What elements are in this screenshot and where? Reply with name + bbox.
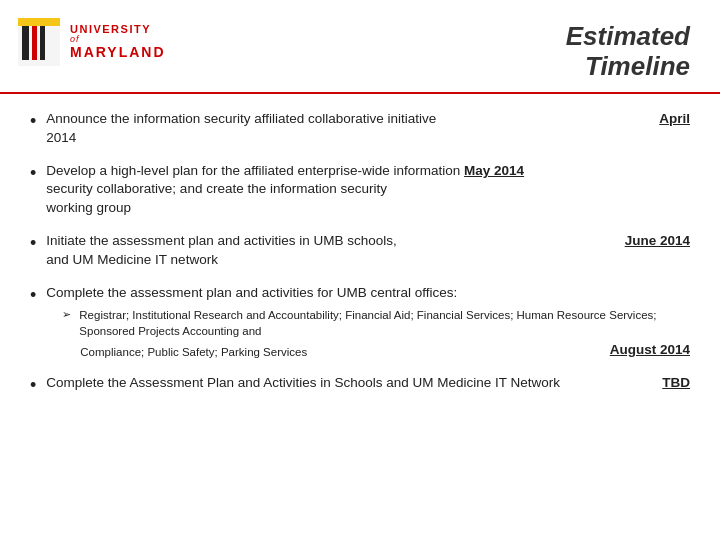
title-area: Estimated Timeline bbox=[566, 18, 690, 82]
date-label: June 2014 bbox=[625, 232, 690, 251]
date-label: August 2014 bbox=[610, 341, 690, 360]
sub-bullets: ➢ Registrar; Institutional Research and … bbox=[62, 307, 690, 360]
header: UNIVERSITY of MARYLAND Estimated Timelin… bbox=[0, 0, 720, 82]
bullet-dot: • bbox=[30, 375, 36, 397]
list-item: • Complete the assessment plan and activ… bbox=[30, 284, 690, 360]
bullet-text: Complete the Assessment Plan and Activit… bbox=[46, 374, 652, 393]
list-item: • Initiate the assessment plan and activ… bbox=[30, 232, 690, 270]
list-item: • Develop a high-level plan for the affi… bbox=[30, 162, 690, 219]
bullet-dot: • bbox=[30, 233, 36, 255]
list-item: • Complete the Assessment Plan and Activ… bbox=[30, 374, 690, 397]
bullet-content: Complete the assessment plan and activit… bbox=[46, 284, 690, 360]
bullet-text: Complete the assessment plan and activit… bbox=[46, 285, 457, 300]
logo-area: UNIVERSITY of MARYLAND bbox=[18, 18, 166, 66]
bullet-row: Announce the information security affili… bbox=[46, 110, 690, 129]
sub-list-item: ➢ Registrar; Institutional Research and … bbox=[62, 307, 690, 339]
bullet-text: Develop a high-level plan for the affili… bbox=[46, 163, 524, 178]
bullet-content: Announce the information security affili… bbox=[46, 110, 690, 148]
logo-maryland: MARYLAND bbox=[70, 45, 166, 60]
sub-date-row: Compliance; Public Safety; Parking Servi… bbox=[62, 341, 690, 360]
svg-rect-4 bbox=[40, 24, 45, 60]
bullet-dot: • bbox=[30, 285, 36, 307]
sub-text: Registrar; Institutional Research and Ac… bbox=[79, 307, 690, 339]
bullet-text-line2: and UM Medicine IT network bbox=[46, 251, 690, 270]
bullet-text-continued: security collaborative; and create the i… bbox=[46, 181, 387, 196]
bullet-text: Initiate the assessment plan and activit… bbox=[46, 232, 614, 251]
logo-university: UNIVERSITY bbox=[70, 23, 166, 35]
bullet-content: Complete the Assessment Plan and Activit… bbox=[46, 374, 690, 393]
bullet-dot: • bbox=[30, 163, 36, 185]
slide: UNIVERSITY of MARYLAND Estimated Timelin… bbox=[0, 0, 720, 540]
title-line1: Estimated bbox=[566, 22, 690, 52]
bullet-text-continued2: working group bbox=[46, 200, 131, 215]
bullet-row: Initiate the assessment plan and activit… bbox=[46, 232, 690, 251]
list-item: • Announce the information security affi… bbox=[30, 110, 690, 148]
date-label: TBD bbox=[662, 374, 690, 393]
bullet-content: Initiate the assessment plan and activit… bbox=[46, 232, 690, 270]
bullet-continuation: 2014 bbox=[46, 129, 690, 148]
content-area: • Announce the information security affi… bbox=[0, 94, 720, 421]
date-label: April bbox=[659, 110, 690, 129]
bullet-content: Develop a high-level plan for the affili… bbox=[46, 162, 690, 219]
um-logo-icon bbox=[18, 18, 60, 66]
sub-date-text: Compliance; Public Safety; Parking Servi… bbox=[80, 344, 307, 360]
svg-rect-1 bbox=[22, 24, 29, 60]
svg-rect-3 bbox=[32, 24, 37, 60]
title-line2: Timeline bbox=[566, 52, 690, 82]
logo-text: UNIVERSITY of MARYLAND bbox=[70, 23, 166, 60]
bullet-text: Announce the information security affili… bbox=[46, 110, 649, 129]
bullet-row: Complete the Assessment Plan and Activit… bbox=[46, 374, 690, 393]
arrow-icon: ➢ bbox=[62, 307, 71, 322]
bullet-dot: • bbox=[30, 111, 36, 133]
main-title: Estimated Timeline bbox=[566, 22, 690, 82]
